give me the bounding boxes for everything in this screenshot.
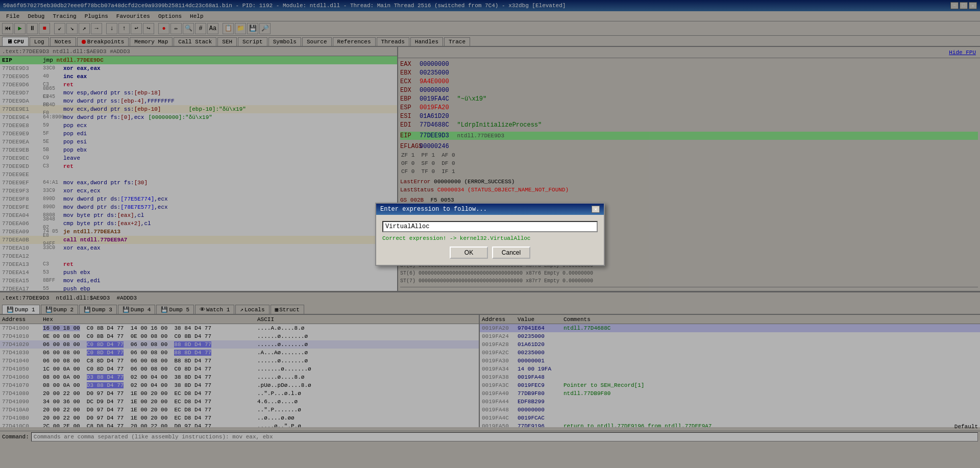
dialog-cancel-button[interactable]: Cancel	[492, 247, 530, 259]
expr-label: Correct expression!	[382, 235, 446, 241]
expression-dialog: Enter expression to follow... ✕ Correct …	[375, 203, 605, 266]
dialog-close-button[interactable]: ✕	[592, 206, 600, 213]
expr-value: -> kernel32.VirtualAlloc	[450, 235, 530, 241]
dialog-title-text: Enter expression to follow...	[380, 206, 487, 213]
expression-input[interactable]	[382, 221, 598, 232]
dialog-titlebar: Enter expression to follow... ✕	[376, 204, 604, 215]
expression-result: Correct expression! -> kernel32.VirtualA…	[382, 235, 598, 241]
dialog-body: Correct expression! -> kernel32.VirtualA…	[376, 215, 604, 265]
dialog-ok-button[interactable]: OK	[450, 247, 488, 259]
dialog-buttons: OK Cancel	[382, 247, 598, 259]
dialog-overlay: Enter expression to follow... ✕ Correct …	[0, 0, 980, 468]
